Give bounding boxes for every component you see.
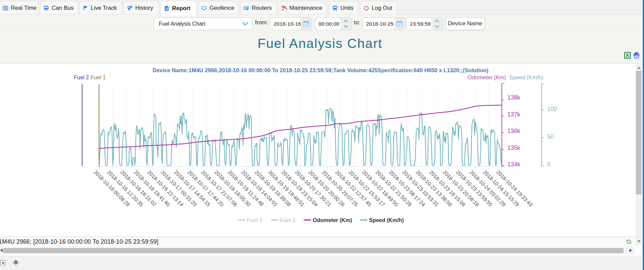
svg-text:Speed (Km/h): Speed (Km/h): [509, 74, 543, 80]
svg-text:50: 50: [547, 133, 554, 140]
svg-text:Device Name:1M4U 2966;2018-10-: Device Name:1M4U 2966;2018-10-16 00:00:0…: [152, 67, 488, 73]
svg-text:135k: 135k: [507, 144, 520, 151]
svg-text:134k: 134k: [507, 161, 520, 168]
svg-text:Odometer (Km): Odometer (Km): [313, 217, 352, 223]
svg-text:138k: 138k: [507, 94, 520, 101]
svg-text:136k: 136k: [507, 128, 520, 134]
svg-text:Fuel 1: Fuel 1: [91, 75, 106, 80]
svg-text:Speed (Km/h): Speed (Km/h): [369, 217, 404, 223]
svg-text:137k: 137k: [507, 111, 520, 118]
svg-text:Fuel 1: Fuel 1: [247, 217, 262, 223]
svg-text:Fuel 2: Fuel 2: [74, 75, 89, 80]
svg-text:Odometer (Km): Odometer (Km): [468, 74, 506, 80]
svg-text:0: 0: [547, 161, 551, 168]
svg-text:Fuel 2: Fuel 2: [280, 217, 296, 223]
svg-text:100: 100: [547, 106, 557, 112]
